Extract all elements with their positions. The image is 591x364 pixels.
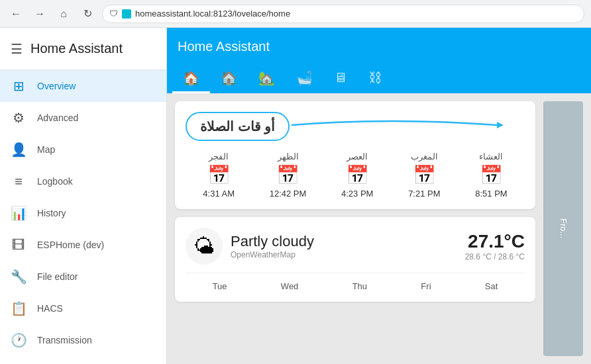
sidebar-label-map: Map <box>37 144 55 155</box>
address-bar[interactable]: 🛡 homeassistant.local:8123/lovelace/home <box>102 5 584 23</box>
tab-bath[interactable]: 🛁 <box>286 65 323 93</box>
right-panel: Fro... <box>543 101 583 356</box>
weather-temp-main: 27.1°C <box>465 231 525 252</box>
forward-button[interactable]: → <box>30 5 49 23</box>
back-button[interactable]: ← <box>7 5 25 23</box>
prayer-name-fajr: الفجر <box>209 152 229 161</box>
prayer-icon-isha: 📅 <box>480 164 503 186</box>
weather-day-sat: Sat <box>485 281 498 291</box>
right-panel-text: Fro... <box>559 218 568 238</box>
tab-bar: 🏠 🏠 🏡 🛁 🖥 ⛓ <box>167 65 591 93</box>
prayer-icon-maghrib: 📅 <box>413 164 436 186</box>
prayer-title-row: أو قات الصلاة <box>186 112 525 141</box>
sidebar-header: ☰ Home Assistant <box>0 28 166 70</box>
prayer-title-bubble: أو قات الصلاة <box>186 112 290 141</box>
forward-icon: → <box>34 8 45 20</box>
svg-marker-0 <box>497 122 504 128</box>
prayer-time-fajr: الفجر 📅 4:31 AM <box>203 152 235 199</box>
sidebar-item-transmission[interactable]: 🕐 Transmission <box>0 324 166 356</box>
prayer-time-val-isha: 8:51 PM <box>475 189 507 199</box>
sidebar-item-history[interactable]: 📊 History <box>0 197 166 229</box>
hacs-icon: 📋 <box>11 300 27 316</box>
sidebar-label-logbook: Logbook <box>37 176 73 187</box>
weather-days: Tue Wed Thu Fri Sat <box>186 273 525 291</box>
prayer-icon-dhuhr: 📅 <box>276 164 299 186</box>
sidebar-label-advanced: Advanced <box>37 113 78 123</box>
weather-day-tue: Tue <box>213 281 227 291</box>
weather-source: OpenWeatherMap <box>231 250 457 259</box>
favicon <box>122 9 131 19</box>
prayer-time-maghrib: المغرب 📅 7:21 PM <box>408 152 440 199</box>
back-icon: ← <box>11 8 21 20</box>
prayer-time-val-fajr: 4:31 AM <box>203 189 235 199</box>
prayer-name-maghrib: المغرب <box>411 152 438 161</box>
tab-monitor[interactable]: 🖥 <box>323 65 358 93</box>
home-button[interactable]: ⌂ <box>54 5 73 23</box>
sidebar-title: Home Assistant <box>30 41 123 56</box>
prayer-icon-fajr: 📅 <box>207 164 231 186</box>
top-bar: Home Assistant <box>167 28 591 65</box>
left-panel: أو قات الصلاة الفجر 📅 4:31 AM <box>175 101 535 356</box>
sidebar-label-transmission: Transmission <box>37 335 92 345</box>
annotation-arrow <box>292 117 570 137</box>
sidebar-label-file-editor: File editor <box>37 271 78 282</box>
app-container: ☰ Home Assistant ⊞ Overview ⚙ Advanced 👤… <box>0 28 591 364</box>
prayer-times-card: أو قات الصلاة الفجر 📅 4:31 AM <box>175 101 535 209</box>
content-area: أو قات الصلاة الفجر 📅 4:31 AM <box>167 93 591 364</box>
prayer-time-val-maghrib: 7:21 PM <box>408 189 440 199</box>
overview-icon: ⊞ <box>11 78 27 94</box>
refresh-button[interactable]: ↻ <box>78 5 97 23</box>
advanced-icon: ⚙ <box>11 110 27 126</box>
home-icon: ⌂ <box>60 8 67 20</box>
sidebar-label-overview: Overview <box>37 81 76 91</box>
shield-icon: 🛡 <box>109 9 118 19</box>
history-icon: 📊 <box>11 205 27 221</box>
weather-card: 🌤 Partly cloudy OpenWeatherMap 27.1°C 28… <box>175 217 535 302</box>
weather-temp: 27.1°C 28.6 °C / 28.6 °C <box>465 231 525 261</box>
weather-day-wed: Wed <box>281 281 299 291</box>
sidebar-item-overview[interactable]: ⊞ Overview <box>0 70 166 102</box>
prayer-time-dhuhr: الظهر 📅 12:42 PM <box>270 152 307 199</box>
weather-day-thu: Thu <box>352 281 367 291</box>
prayer-name-asr: العصر <box>347 152 368 161</box>
sidebar-item-hacs[interactable]: 📋 HACS <box>0 293 166 324</box>
prayer-time-val-dhuhr: 12:42 PM <box>270 189 307 199</box>
prayer-time-asr: العصر 📅 4:23 PM <box>341 152 373 199</box>
sidebar-item-map[interactable]: 👤 Map <box>0 134 166 165</box>
sidebar-item-file-editor[interactable]: 🔧 File editor <box>0 261 166 293</box>
sidebar-item-esphome[interactable]: 🎞 ESPHome (dev) <box>0 229 166 261</box>
weather-info: Partly cloudy OpenWeatherMap <box>231 233 457 259</box>
refresh-icon: ↻ <box>83 7 92 20</box>
prayer-time-val-asr: 4:23 PM <box>341 189 373 199</box>
sidebar-label-esphome: ESPHome (dev) <box>37 240 104 250</box>
topbar-title: Home Assistant <box>178 39 580 54</box>
sidebar-item-advanced[interactable]: ⚙ Advanced <box>0 102 166 134</box>
prayer-name-dhuhr: الظهر <box>278 152 299 161</box>
tab-star[interactable]: 🏠 <box>210 65 248 93</box>
weather-top: 🌤 Partly cloudy OpenWeatherMap 27.1°C 28… <box>186 228 525 265</box>
menu-icon[interactable]: ☰ <box>11 41 23 57</box>
tab-house[interactable]: 🏡 <box>248 65 286 93</box>
main-content: Home Assistant 🏠 🏠 🏡 🛁 🖥 ⛓ أو قات الصلاة <box>167 28 591 364</box>
sidebar: ☰ Home Assistant ⊞ Overview ⚙ Advanced 👤… <box>0 28 167 364</box>
prayer-icon-asr: 📅 <box>346 164 369 186</box>
prayer-name-isha: العشاء <box>479 152 503 161</box>
weather-icon: 🌤 <box>186 228 223 265</box>
weather-description: Partly cloudy <box>231 233 457 250</box>
tab-network[interactable]: ⛓ <box>358 65 392 93</box>
browser-bar: ← → ⌂ ↻ 🛡 homeassistant.local:8123/lovel… <box>0 0 591 28</box>
weather-temp-range: 28.6 °C / 28.6 °C <box>465 252 525 261</box>
sidebar-label-history: History <box>37 208 66 218</box>
logbook-icon: ≡ <box>11 174 27 189</box>
transmission-icon: 🕐 <box>11 332 27 348</box>
tab-home[interactable]: 🏠 <box>172 65 210 93</box>
file-editor-icon: 🔧 <box>11 269 27 285</box>
map-icon: 👤 <box>11 142 27 158</box>
sidebar-item-logbook[interactable]: ≡ Logbook <box>0 165 166 197</box>
prayer-time-isha: العشاء 📅 8:51 PM <box>475 152 507 199</box>
sidebar-label-hacs: HACS <box>37 303 63 314</box>
url-text: homeassistant.local:8123/lovelace/home <box>135 9 290 19</box>
weather-day-fri: Fri <box>421 281 431 291</box>
prayer-times-grid: الفجر 📅 4:31 AM الظهر 📅 12:42 PM العصر 📅 <box>186 152 525 199</box>
esphome-icon: 🎞 <box>11 238 27 253</box>
